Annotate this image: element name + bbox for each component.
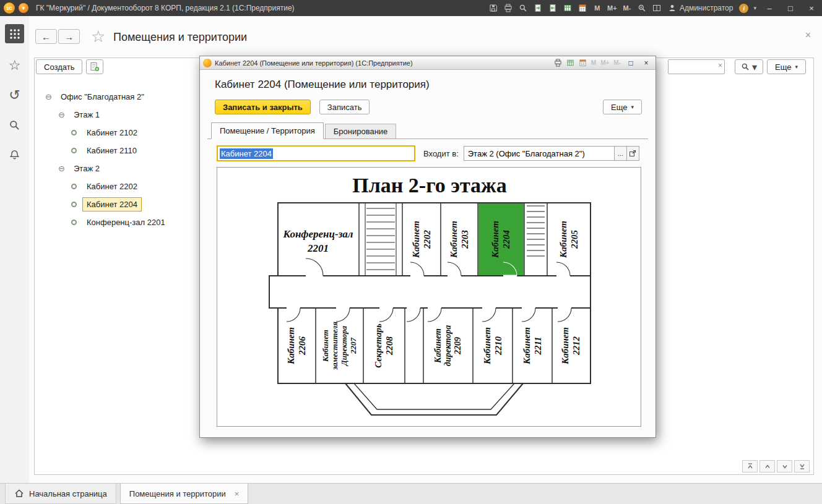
create-button[interactable]: Создать [36, 59, 82, 74]
room-item-icon [71, 148, 77, 153]
room-2204-label: Кабинет [490, 221, 500, 258]
find-icon[interactable] [518, 2, 528, 14]
dialog-titlebar-tools: M M+ M- □ × [554, 58, 652, 68]
nav-forward-button[interactable]: → [58, 29, 80, 44]
more-button[interactable]: Еще ▾ [767, 59, 806, 74]
tab-close-icon[interactable]: × [235, 489, 240, 498]
stairs-right-icon [527, 206, 545, 256]
collapse-icon[interactable]: ⊖ [57, 164, 66, 173]
magnifier-icon [741, 62, 750, 71]
calendar-icon[interactable] [578, 2, 587, 14]
maximize-button[interactable]: □ [782, 2, 798, 14]
dialog-more-button[interactable]: Еще ▾ [603, 100, 642, 114]
home-tab-label: Начальная страница [29, 489, 107, 498]
search-clear-icon[interactable]: × [718, 62, 722, 69]
door-arcs [287, 258, 571, 322]
main-menu-button[interactable]: ▾ [19, 3, 28, 13]
room-2208-number: 2208 [384, 336, 394, 356]
scroll-up-button[interactable] [759, 460, 775, 472]
room-2208-label: Секретарь [373, 323, 383, 368]
dialog-more-label: Еще [611, 103, 627, 112]
room-item-icon [71, 202, 77, 207]
room-2211-number: 2211 [533, 336, 543, 355]
page-close-icon[interactable]: × [805, 30, 811, 41]
history-icon[interactable]: ↺ [7, 88, 23, 103]
room-item-icon [71, 130, 77, 135]
application-window: 1С ▾ ГК "Меркурий" / Документооборот 8 К… [0, 0, 822, 504]
premises-tab[interactable]: Помещения и территории × [120, 484, 249, 504]
split-view-icon[interactable] [652, 2, 662, 14]
info-icon[interactable]: i [739, 4, 748, 13]
print-icon[interactable] [554, 59, 562, 67]
notifications-bell-icon[interactable] [7, 147, 23, 162]
import-document-icon[interactable] [548, 2, 558, 14]
calc-memory-plus-button[interactable]: M+ [607, 2, 617, 14]
1c-icon [203, 59, 212, 67]
dialog-maximize-button[interactable]: □ [625, 58, 636, 68]
scroll-to-bottom-button[interactable] [794, 460, 810, 472]
save-and-close-button[interactable]: Записать и закрыть [215, 100, 311, 114]
current-user[interactable]: Администратор [668, 4, 733, 12]
tools-menu-button[interactable] [5, 24, 24, 43]
tree-item-label: Кабинет 2110 [82, 143, 141, 158]
parent-select-button[interactable]: ... [615, 146, 627, 161]
room-2204-number: 2204 [501, 230, 511, 250]
titlebar-menu-caret-icon[interactable]: ▾ [753, 5, 756, 11]
parent-open-button[interactable] [627, 146, 639, 161]
home-icon [14, 489, 24, 498]
room-2206-label: Кабинет [286, 327, 296, 365]
collapse-icon[interactable]: ⊖ [57, 110, 66, 119]
calendar-icon[interactable] [579, 59, 587, 67]
scroll-to-top-button[interactable] [742, 460, 758, 472]
search-caret-icon: ▾ [752, 61, 757, 73]
room-2202-number: 2202 [422, 230, 432, 250]
search-button[interactable]: ▾ [735, 59, 763, 74]
export-document-icon[interactable] [533, 2, 543, 14]
minimize-button[interactable]: – [761, 2, 777, 14]
save-button[interactable]: Записать [319, 100, 370, 114]
1c-logo-icon: 1С [4, 2, 15, 14]
room-2201-label: Конференц-зал [283, 228, 353, 240]
zoom-icon[interactable] [637, 2, 647, 14]
calc-memory-store-button[interactable]: M [592, 2, 602, 14]
spreadsheet-icon[interactable] [566, 59, 574, 67]
room-2210-number: 2210 [493, 336, 503, 356]
room-2207-label-1: Кабинет [321, 330, 330, 362]
nav-back-button[interactable]: ← [35, 29, 57, 44]
tab-booking[interactable]: Бронирование [325, 124, 397, 139]
tab-premise-territory[interactable]: Помещение / Территория [211, 122, 324, 139]
tree-item-label: Этаж 1 [69, 108, 104, 122]
tree-item-label: Кабинет 2202 [82, 179, 142, 194]
list-scroll-buttons [742, 460, 810, 472]
room-2209-number: 2209 [453, 337, 462, 355]
create-group-button[interactable] [86, 59, 103, 74]
parent-field-value: Этаж 2 (Офис "Благодатная 2") [468, 149, 585, 158]
window-title: ГК "Меркурий" / Документооборот 8 КОРП, … [36, 4, 295, 12]
room-2205-number: 2205 [569, 230, 579, 250]
titlebar-tools: M M+ M- Администратор i ▾ – □ × [488, 2, 820, 14]
calc-memory-minus-button: M- [613, 59, 621, 66]
parent-field-label: Входит в: [423, 149, 459, 158]
scroll-down-button[interactable] [777, 460, 792, 472]
room-name-input[interactable]: Кабинет 2204 [217, 145, 415, 161]
print-icon[interactable] [503, 2, 513, 14]
dialog-close-button[interactable]: × [641, 58, 652, 68]
spreadsheet-icon[interactable] [563, 2, 573, 14]
calc-memory-minus-button[interactable]: M- [622, 2, 632, 14]
quick-search-input[interactable] [668, 59, 725, 74]
parent-field[interactable]: Этаж 2 (Офис "Благодатная 2") [464, 146, 615, 161]
more-button-label: Еще [775, 62, 791, 72]
close-button[interactable]: × [803, 2, 820, 14]
save-icon[interactable] [488, 2, 498, 14]
room-2202-label: Кабинет [411, 221, 421, 258]
dialog-titlebar[interactable]: Кабинет 2204 (Помещение или территория) … [200, 56, 655, 70]
search-icon[interactable] [7, 117, 23, 132]
collapse-icon[interactable]: ⊖ [44, 92, 53, 101]
calc-memory-store-button: M [591, 59, 596, 66]
user-name: Администратор [680, 4, 733, 12]
favorite-toggle-icon[interactable]: ☆ [91, 27, 105, 46]
favorites-icon[interactable]: ☆ [7, 58, 23, 73]
room-2205-label: Кабинет [558, 221, 568, 258]
home-page-tab[interactable]: Начальная страница [5, 484, 116, 504]
tree-item-label: Этаж 2 [69, 161, 104, 176]
